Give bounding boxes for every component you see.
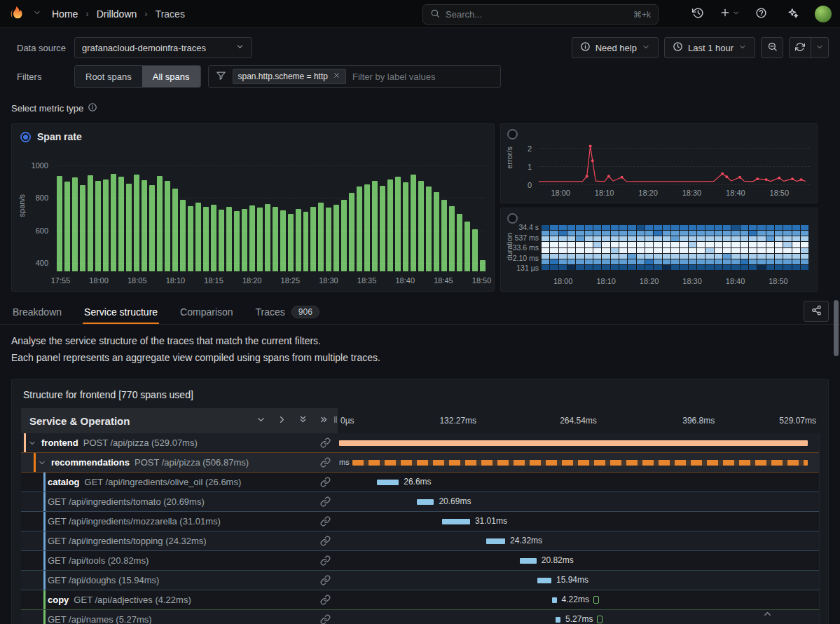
span-duration-bar[interactable] — [520, 558, 536, 564]
span-duration-bar[interactable] — [552, 597, 556, 603]
all-spans-option[interactable]: All spans — [142, 66, 200, 87]
span-link-button[interactable] — [320, 575, 331, 585]
heatmap-cell — [741, 231, 748, 236]
y-axis-tick: 34.4 s — [518, 223, 539, 231]
page-scrollbar[interactable] — [834, 300, 839, 356]
trace-row[interactable]: GET /api/tools (20.82ms)20.82ms — [21, 551, 819, 571]
heatmap-cell — [559, 254, 567, 259]
label-filter-input[interactable]: span.http.scheme = http Filter by label … — [208, 65, 501, 88]
span-rate-bar — [349, 193, 354, 271]
tab-comparison[interactable]: Comparison — [179, 300, 234, 323]
collapse-all-button[interactable] — [298, 414, 308, 427]
heatmap-cell — [680, 231, 687, 236]
trace-row[interactable]: GET /api/names (5.27ms)5.27ms — [21, 610, 819, 624]
remove-filter-button[interactable] — [333, 72, 340, 81]
ai-assistant-button[interactable] — [783, 5, 801, 23]
heatmap-cell — [637, 231, 645, 236]
share-button[interactable] — [804, 301, 829, 322]
metric-type-label: Select metric type — [11, 103, 83, 114]
span-link-button[interactable] — [320, 438, 331, 448]
trace-row[interactable]: catalogGET /api/ingredients/olive_oil (2… — [21, 473, 819, 492]
trace-row[interactable]: GET /api/doughs (15.94ms)15.94ms — [21, 571, 819, 590]
span-link-button[interactable] — [320, 555, 331, 566]
span-duration-bar[interactable] — [556, 617, 560, 623]
link-icon — [320, 575, 331, 585]
span-link-button[interactable] — [320, 516, 331, 527]
heatmap-cell — [757, 259, 765, 264]
heatmap-cell — [585, 259, 593, 264]
span-link-button[interactable] — [320, 536, 331, 546]
clock-icon — [673, 41, 683, 52]
span-link-button[interactable] — [320, 477, 331, 487]
nav-actions — [689, 5, 832, 23]
refresh-button[interactable] — [789, 37, 811, 58]
column-resize-handle[interactable] — [331, 415, 340, 427]
metric-info-button[interactable] — [88, 102, 97, 114]
share-icon — [811, 305, 822, 316]
breadcrumb-home[interactable]: Home — [50, 8, 79, 20]
span-duration-bar[interactable] — [352, 460, 808, 466]
refresh-interval-caret[interactable] — [811, 37, 829, 58]
help-button[interactable] — [752, 5, 770, 23]
span-duration-bar[interactable] — [537, 578, 551, 583]
breadcrumb-drilldown[interactable]: Drilldown — [95, 8, 139, 20]
span-duration-bar[interactable] — [339, 440, 808, 446]
heatmap-cell — [801, 254, 808, 259]
org-switcher-caret[interactable] — [28, 5, 46, 23]
duration-radio[interactable] — [507, 213, 518, 224]
span-rate-bar — [203, 207, 209, 271]
history-button[interactable] — [689, 5, 707, 23]
span-rate-bar — [372, 181, 378, 271]
heatmap-cell — [611, 242, 619, 247]
twistie-button[interactable] — [28, 439, 36, 447]
search-input[interactable]: Search... ⌘+k — [422, 4, 659, 25]
error-rate-chart[interactable] — [539, 141, 810, 184]
heatmap-cell — [637, 265, 645, 270]
span-link-button[interactable] — [320, 457, 331, 468]
avatar[interactable] — [815, 6, 832, 22]
trace-row[interactable]: GET /api/ingredients/topping (24.32ms)24… — [21, 531, 819, 551]
heatmap-cell — [602, 248, 610, 253]
trace-row[interactable]: recommendationsPOST /api/pizza (506.87ms… — [21, 453, 819, 473]
expand-one-button[interactable] — [277, 414, 287, 427]
grafana-logo-icon[interactable] — [8, 6, 24, 22]
heatmap-cell — [792, 242, 800, 247]
twistie-button[interactable] — [38, 459, 46, 467]
span-link-button[interactable] — [320, 496, 331, 507]
expand-all-button[interactable] — [319, 414, 329, 427]
time-range-picker[interactable]: Last 1 hour — [664, 37, 755, 58]
span-duration-bar[interactable] — [417, 499, 434, 505]
trace-row[interactable]: copyGET /api/adjectives (4.22ms)4.22ms — [21, 590, 819, 610]
new-menu-button[interactable] — [720, 5, 738, 23]
heatmap-cell — [697, 259, 705, 264]
tab-service-structure[interactable]: Service structure — [83, 300, 159, 323]
span-rate-radio[interactable] — [20, 132, 31, 142]
span-duration-bar[interactable] — [442, 519, 470, 524]
span-rate-bar — [249, 205, 255, 271]
heatmap-cell — [602, 231, 610, 236]
tab-traces[interactable]: Traces906 — [254, 300, 321, 323]
span-rate-chart[interactable] — [57, 161, 486, 271]
heatmap-cell — [723, 225, 731, 230]
scroll-up-button[interactable] — [762, 609, 773, 621]
chevron-right-icon — [277, 414, 287, 425]
span-link-button[interactable] — [320, 614, 331, 624]
span-duration-bar[interactable] — [377, 480, 399, 485]
root-spans-option[interactable]: Root spans — [75, 66, 142, 87]
trace-row[interactable]: frontendPOST /api/pizza (529.07ms) — [21, 433, 819, 453]
trace-row[interactable]: GET /api/ingredients/mozzarella (31.01ms… — [21, 512, 819, 531]
x-axis-tick: 18:30 — [682, 277, 702, 285]
datasource-select[interactable]: grafanacloud-demoinfra-traces — [74, 37, 252, 58]
duration-heatmap-chart[interactable] — [542, 225, 808, 270]
trace-row[interactable]: GET /api/ingredients/tomato (20.69ms)20.… — [21, 492, 819, 512]
need-help-button[interactable]: Need help — [572, 37, 659, 58]
collapse-one-button[interactable] — [256, 414, 266, 427]
zoom-out-button[interactable] — [761, 37, 783, 58]
heatmap-cell — [731, 248, 739, 253]
tab-breakdown[interactable]: Breakdown — [11, 300, 63, 323]
heatmap-cell — [542, 259, 549, 264]
heatmap-cell — [645, 259, 653, 264]
span-duration-bar[interactable] — [486, 538, 505, 544]
span-link-button[interactable] — [320, 595, 331, 605]
error-rate-radio[interactable] — [507, 129, 518, 140]
